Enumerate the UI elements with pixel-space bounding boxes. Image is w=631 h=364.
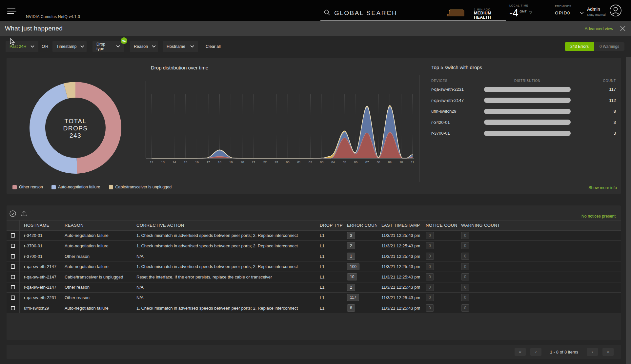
hostname-cell: r-qa-sw-eth-2147 — [20, 264, 60, 269]
reason-cell: Auto-negotiation failure — [60, 233, 132, 238]
search-icon — [324, 9, 330, 17]
top5-row: r-3420-013 — [431, 117, 616, 128]
top5-col-devices: DEVICES — [431, 79, 484, 83]
chart-legend: Other reasonAuto-negotiation failureCabl… — [12, 185, 172, 189]
user-menu[interactable]: Admin NetQ Internal — [587, 7, 606, 16]
notice-count-badge: 0 — [426, 263, 434, 270]
filter-dropdown-reason[interactable]: Reason — [130, 41, 158, 52]
filter-dropdown-label: Timestamp — [56, 44, 76, 49]
warning-count-badge: 0 — [461, 232, 469, 239]
filter-dropdown-timestamp[interactable]: Timestamp — [52, 41, 87, 52]
scrollbar[interactable] — [626, 57, 631, 364]
legend-swatch — [109, 185, 113, 189]
row-checkbox[interactable] — [11, 296, 15, 300]
top5-row: r-3700-013 — [431, 128, 616, 139]
top5-device-name: r-3700-01 — [431, 131, 484, 136]
warning-count-cell: 0 — [457, 242, 621, 249]
drop-type-cell: L1 — [316, 275, 343, 279]
mouse-cursor — [10, 38, 15, 47]
show-more-info-link[interactable]: Show more info — [588, 185, 617, 190]
column-header: LAST TIMESTAMP — [377, 223, 421, 228]
local-time-widget[interactable]: LOCAL TIME -4 GMT ▽ — [509, 4, 532, 18]
x-axis-label: 12 — [150, 160, 153, 164]
x-axis-label: 10 — [399, 160, 403, 164]
top5-title: Top 5 switch with drops — [431, 65, 616, 70]
filter-dropdown-drop-type[interactable]: Drop type — [92, 41, 124, 52]
row-checkbox[interactable] — [11, 244, 15, 248]
table-row: r-qa-sw-eth-2147Auto-negotiation failure… — [7, 261, 621, 272]
error-count-badge: 1 — [347, 253, 355, 260]
reason-cell: Other reason — [60, 295, 132, 300]
first-page-button[interactable]: « — [515, 348, 526, 356]
notice-count-badge: 0 — [426, 294, 434, 301]
error-count-badge: 10 — [347, 273, 357, 280]
filter-count-badge: 01 — [121, 37, 127, 44]
warnings-badge[interactable]: 0 Warnings — [594, 42, 624, 51]
health-widget[interactable]: 1 MIN AGO MEDIUM HEALTH — [447, 8, 491, 20]
filter-dropdown-hostname[interactable]: Hostname — [163, 41, 198, 52]
top5-count: 112 — [571, 98, 616, 103]
hostname-cell: r-qa-sw-eth-2147 — [20, 285, 60, 290]
errors-badge[interactable]: 243 Errors — [565, 42, 594, 51]
table-row: ufm-switch29Auto-negotiation failure1. C… — [7, 303, 621, 314]
checkbox-cell — [7, 261, 20, 272]
x-axis-label: 01 — [297, 160, 301, 164]
acknowledge-icon[interactable] — [9, 210, 16, 217]
corrective-action-cell: 1. Check mismatch in advertised speeds b… — [132, 233, 316, 238]
prev-page-button[interactable]: ‹ — [530, 348, 541, 356]
last-page-button[interactable]: » — [602, 348, 614, 356]
error-count-cell: 2 — [343, 242, 377, 249]
hamburger-menu-icon[interactable] — [7, 9, 16, 14]
warning-count-cell: 0 — [457, 273, 621, 280]
events-table: HOSTNAMEREASONCORRECTIVE ACTIONDROP TYPE… — [7, 220, 621, 313]
top5-row: r-qa-sw-eth-2147112 — [431, 95, 616, 106]
table-row: r-3700-01Other reasonN/AL1111/3/21 12:25… — [7, 251, 621, 262]
checkbox-cell — [7, 303, 20, 313]
drop-type-cell: L1 — [316, 254, 343, 259]
row-checkbox[interactable] — [11, 233, 15, 238]
top5-distribution-bar — [484, 120, 571, 125]
reason-cell: Other reason — [60, 285, 132, 290]
close-icon[interactable] — [620, 26, 626, 31]
error-count-badge: 8 — [347, 304, 355, 312]
legend-label: Other reason — [19, 185, 43, 189]
top5-switches-panel: Top 5 switch with drops DEVICES DISTRIBU… — [419, 58, 621, 194]
row-checkbox[interactable] — [11, 254, 15, 259]
top5-count: 3 — [571, 120, 616, 125]
premises-chevron-icon[interactable] — [580, 10, 584, 16]
filter-dropdown-label: Drop type — [96, 42, 112, 51]
drop-distribution-area-chart: 1213141516171819202122230001020304050607… — [141, 79, 417, 177]
top5-bar-cell — [484, 131, 571, 136]
advanced-view-link[interactable]: Advanced view — [585, 26, 613, 31]
timezone: GMT — [520, 10, 527, 13]
reason-cell: Other reason — [60, 254, 132, 259]
row-checkbox[interactable] — [11, 264, 15, 269]
timezone-dropdown-icon[interactable]: ▽ — [529, 10, 532, 15]
next-page-button[interactable]: › — [587, 348, 598, 356]
timestamp-cell: 11/3/21 12:25:43 pm — [377, 275, 421, 279]
x-axis-label: 21 — [252, 160, 255, 164]
premises-label: PREMISES — [555, 5, 571, 8]
top5-distribution-bar — [484, 87, 571, 92]
premises-selector[interactable]: PREMISES OPID0 — [555, 5, 571, 15]
hostname-cell: r-qa-sw-eth-2231 — [20, 295, 60, 300]
timestamp-cell: 11/3/21 12:25:43 pm — [377, 306, 421, 311]
clear-all-button[interactable]: Clear all — [206, 44, 221, 49]
export-icon[interactable] — [20, 210, 28, 217]
row-checkbox[interactable] — [11, 275, 15, 279]
x-axis-label: 23 — [275, 160, 278, 164]
x-axis-label: 15 — [184, 160, 188, 164]
chevron-down-icon — [80, 45, 84, 48]
checkbox-cell — [7, 231, 20, 241]
warning-count-badge: 0 — [461, 253, 469, 260]
notice-count-badge: 0 — [426, 232, 434, 239]
top5-device-name: r-qa-sw-eth-2147 — [431, 98, 484, 103]
drop-type-cell: L1 — [316, 295, 343, 300]
row-checkbox[interactable] — [11, 285, 15, 289]
legend-swatch — [12, 185, 17, 189]
warning-count-cell: 0 — [457, 263, 621, 270]
avatar-icon[interactable] — [609, 4, 622, 18]
top5-row: r-qa-sw-eth-2231117 — [431, 84, 616, 95]
x-axis-label: 02 — [309, 160, 312, 164]
row-checkbox[interactable] — [11, 306, 15, 310]
